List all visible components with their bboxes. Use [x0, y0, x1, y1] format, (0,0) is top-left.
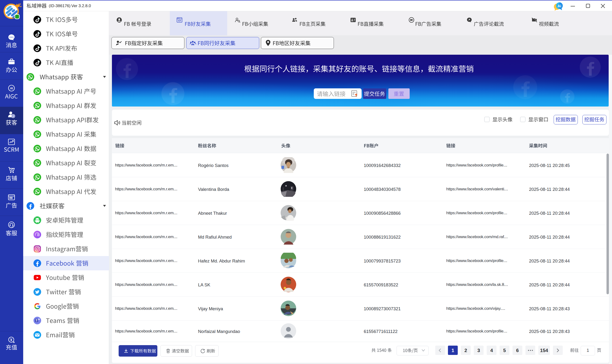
svg-text:Ai: Ai: [558, 4, 561, 8]
svg-text:AI: AI: [10, 87, 13, 90]
svg-text:ADS: ADS: [9, 197, 13, 199]
